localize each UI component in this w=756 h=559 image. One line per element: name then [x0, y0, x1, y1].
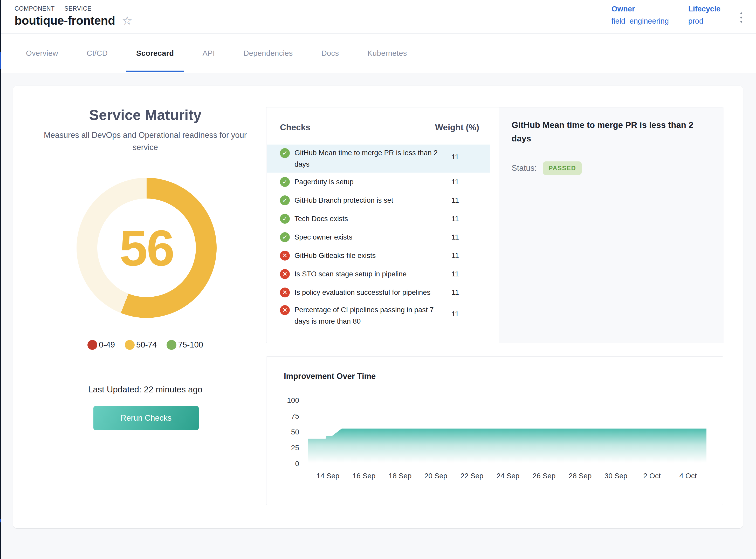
tab-overview[interactable]: Overview [16, 34, 68, 73]
check-row[interactable]: ✕ Percentage of CI pipelines passing in … [267, 301, 490, 330]
check-fail-icon: ✕ [280, 305, 290, 315]
kebab-menu-icon[interactable] [739, 11, 744, 24]
x-axis-tick: 14 Sep [317, 472, 340, 480]
page: COMPONENT — SERVICE boutique-frontend ☆ … [0, 0, 756, 559]
check-weight: 11 [452, 288, 459, 297]
check-row[interactable]: ✕ Is policy evaluation successful for pi… [267, 283, 490, 301]
check-row[interactable]: ✓ Tech Docs exists 11 [267, 209, 490, 228]
status-label: Status: [511, 163, 537, 173]
tab-dependencies[interactable]: Dependencies [233, 34, 303, 73]
tab-kubernetes[interactable]: Kubernetes [357, 34, 417, 73]
x-axis-tick: 2 Oct [643, 472, 661, 480]
legend-label: 0-49 [99, 340, 115, 350]
y-axis-tick: 25 [273, 444, 299, 452]
check-label: Tech Docs exists [295, 213, 348, 224]
check-fail-icon: ✕ [280, 251, 290, 261]
lifecycle-label: Lifecycle [688, 5, 720, 13]
check-pass-icon: ✓ [280, 177, 290, 187]
score-donut-hole: 56 [97, 199, 196, 297]
legend-label: 75-100 [178, 340, 203, 350]
check-weight: 11 [452, 196, 459, 204]
lifecycle-value: prod [688, 17, 720, 25]
collapsed-nav-rail[interactable] [0, 0, 1, 559]
check-weight: 11 [452, 215, 459, 223]
check-weight: 11 [452, 153, 459, 161]
tab-api[interactable]: API [192, 34, 225, 73]
last-updated-text: Last Updated: 22 minutes ago [28, 385, 262, 395]
check-fail-icon: ✕ [280, 269, 290, 279]
check-label: Is policy evaluation successful for pipe… [295, 287, 430, 298]
checks-column-header: Checks [280, 122, 310, 132]
check-pass-icon: ✓ [280, 214, 290, 224]
page-title: boutique-frontend [15, 14, 115, 27]
tab-bar: OverviewCI/CDScorecardAPIDependenciesDoc… [1, 34, 756, 73]
legend-item: 0-49 [87, 340, 115, 350]
check-label: Spec owner exists [295, 231, 352, 243]
check-label: GitHub Gitleaks file exists [295, 250, 376, 261]
legend-item: 75-100 [166, 340, 203, 350]
check-label: GitHub Branch protection is set [295, 195, 393, 206]
check-weight: 11 [452, 178, 459, 186]
legend-dot-icon [87, 340, 97, 350]
check-label: Is STO scan stage setup in pipeline [295, 268, 407, 280]
check-fail-icon: ✕ [280, 288, 290, 297]
entity-header: COMPONENT — SERVICE boutique-frontend ☆ … [1, 0, 756, 34]
lifecycle-meta: Lifecycle prod [688, 5, 720, 25]
checks-rows: ✓ GitHub Mean time to merge PR is less t… [267, 144, 490, 330]
y-axis-tick: 100 [273, 396, 299, 405]
tab-docs[interactable]: Docs [311, 34, 349, 73]
check-status-row: Status: PASSED [511, 161, 711, 175]
improvement-chart-title: Improvement Over Time [284, 372, 376, 381]
x-axis-tick: 18 Sep [389, 472, 412, 480]
legend-item: 50-74 [125, 340, 157, 350]
check-row[interactable]: ✓ Pagerduty is setup 11 [267, 173, 490, 191]
check-row[interactable]: ✓ Spec owner exists 11 [267, 228, 490, 246]
x-axis-tick: 26 Sep [533, 472, 556, 480]
improvement-area-series [308, 401, 707, 464]
tab-ci-cd[interactable]: CI/CD [76, 34, 118, 73]
check-row[interactable]: ✕ Is STO scan stage setup in pipeline 11 [267, 265, 490, 283]
scorecard-title: Service Maturity [28, 106, 262, 123]
check-row[interactable]: ✕ GitHub Gitleaks file exists 11 [267, 246, 490, 265]
legend-dot-icon [125, 340, 135, 350]
title-row: boutique-frontend ☆ [15, 14, 133, 27]
scorecard-subtitle: Measures all DevOps and Operational read… [32, 129, 258, 153]
x-axis-tick: 4 Oct [680, 472, 697, 480]
scorecard-card: Service Maturity Measures all DevOps and… [13, 86, 743, 529]
y-axis-tick: 50 [273, 428, 299, 436]
check-pass-icon: ✓ [280, 232, 290, 242]
check-pass-icon: ✓ [280, 196, 290, 205]
x-axis-tick: 28 Sep [569, 472, 592, 480]
nav-rail-bottom-indicator [0, 519, 1, 522]
legend-dot-icon [166, 340, 177, 350]
breadcrumb: COMPONENT — SERVICE [15, 5, 92, 12]
checks-table-header: Checks Weight (%) [267, 108, 499, 144]
main-area: COMPONENT — SERVICE boutique-frontend ☆ … [1, 0, 756, 559]
checks-table: Checks Weight (%) ✓ GitHub Mean time to … [267, 108, 499, 343]
checks-panel: Checks Weight (%) ✓ GitHub Mean time to … [266, 107, 723, 343]
check-row[interactable]: ✓ GitHub Branch protection is set 11 [267, 191, 490, 209]
y-axis-tick: 75 [273, 412, 299, 420]
check-weight: 11 [452, 251, 459, 260]
check-label: Percentage of CI pipelines passing in pa… [295, 304, 446, 327]
check-label: GitHub Mean time to merge PR is less tha… [295, 147, 446, 170]
tab-scorecard[interactable]: Scorecard [126, 34, 184, 73]
check-weight: 11 [452, 270, 459, 278]
check-row[interactable]: ✓ GitHub Mean time to merge PR is less t… [267, 144, 490, 173]
rerun-checks-button[interactable]: Rerun Checks [93, 406, 199, 430]
status-badge: PASSED [543, 161, 582, 175]
check-pass-icon: ✓ [280, 148, 290, 158]
owner-meta: Owner field_engineering [612, 5, 669, 25]
x-axis-tick: 20 Sep [425, 472, 448, 480]
owner-value-link[interactable]: field_engineering [612, 17, 669, 25]
x-axis-tick: 16 Sep [352, 472, 376, 480]
score-legend: 0-49 50-74 75-100 [28, 340, 262, 350]
improvement-chart-card: Improvement Over Time 1007550250 14 Sep1… [266, 356, 723, 505]
check-weight: 11 [452, 233, 459, 241]
score-donut-chart: 56 [76, 178, 216, 318]
star-icon[interactable]: ☆ [122, 15, 133, 26]
y-axis-tick: 0 [273, 460, 299, 468]
content: Service Maturity Measures all DevOps and… [1, 73, 756, 559]
weight-column-header: Weight (%) [435, 122, 479, 132]
check-label: Pagerduty is setup [295, 176, 353, 188]
